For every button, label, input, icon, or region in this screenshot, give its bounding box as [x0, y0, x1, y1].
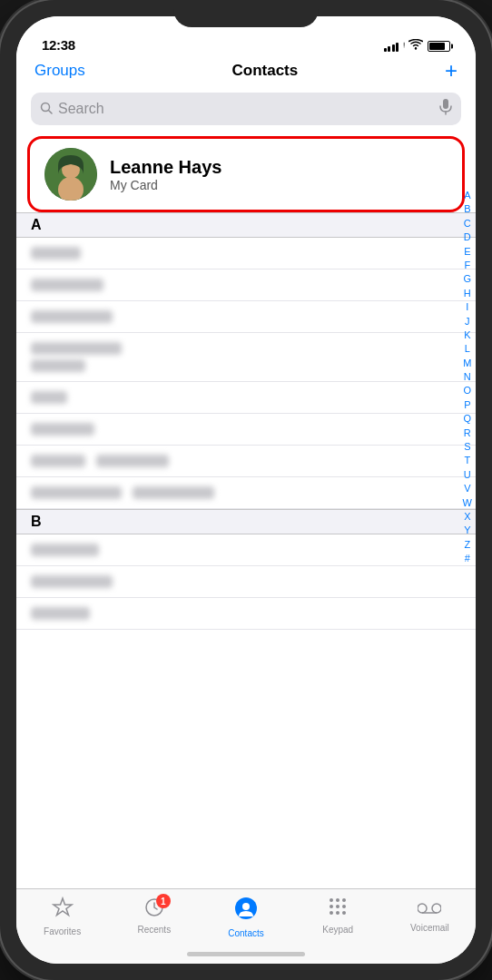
contact-name-blurred [31, 247, 81, 260]
svg-point-18 [336, 911, 339, 915]
tab-favorites-label: Favorites [44, 926, 81, 936]
alpha-hash[interactable]: # [465, 552, 470, 565]
list-item[interactable] [16, 534, 476, 566]
contact-name-blurred [31, 607, 90, 620]
nav-bar: Groups Contacts + [16, 56, 476, 89]
alpha-j[interactable]: J [465, 315, 470, 328]
tab-voicemail-label: Voicemail [410, 923, 449, 933]
alpha-v[interactable]: V [464, 482, 470, 495]
status-time: 12:38 [42, 37, 75, 53]
svg-point-12 [336, 898, 339, 902]
alpha-g[interactable]: G [464, 272, 472, 286]
alpha-y[interactable]: Y [464, 524, 470, 537]
my-card-info: Leanne Hays My Card [110, 157, 448, 192]
tab-keypad[interactable]: Keypad [292, 897, 384, 935]
recents-icon-wrap: 1 [143, 897, 165, 922]
search-input[interactable]: Search [58, 101, 434, 117]
my-card[interactable]: Leanne Hays My Card [27, 136, 465, 212]
list-item[interactable] [16, 566, 476, 598]
alpha-e[interactable]: E [464, 245, 470, 259]
contact-name-blurred [96, 455, 169, 467]
contact-name-blurred [31, 455, 85, 467]
signal-icon [384, 41, 399, 52]
tab-recents[interactable]: 1 Recents [108, 897, 200, 935]
avatar [44, 148, 97, 201]
svg-point-13 [342, 898, 346, 902]
screen-content: 12:38 ᵎ [16, 16, 476, 964]
alpha-m[interactable]: M [463, 357, 471, 370]
alpha-t[interactable]: T [464, 454, 470, 467]
svg-point-20 [418, 904, 427, 913]
alpha-r[interactable]: R [464, 426, 471, 440]
alpha-l[interactable]: L [465, 342, 470, 356]
keypad-icon [328, 897, 348, 922]
page-title: Contacts [232, 62, 299, 80]
contact-name-blurred [133, 486, 214, 499]
section-header-b: B [16, 509, 476, 534]
tab-recents-label: Recents [137, 925, 171, 935]
alpha-f[interactable]: F [464, 259, 470, 272]
battery-icon [428, 41, 450, 52]
svg-rect-3 [443, 99, 448, 109]
recents-badge: 1 [156, 894, 171, 908]
alpha-x[interactable]: X [464, 510, 470, 524]
alpha-q[interactable]: Q [464, 412, 472, 426]
list-item[interactable] [16, 477, 476, 509]
contact-name-blurred [31, 486, 122, 499]
alpha-a[interactable]: A [464, 189, 470, 202]
search-bar[interactable]: Search [31, 93, 461, 125]
my-card-subtitle: My Card [110, 178, 448, 192]
voicemail-icon [418, 897, 441, 920]
contact-name-blurred [31, 391, 67, 404]
list-item[interactable] [16, 238, 476, 270]
svg-point-0 [415, 47, 417, 49]
alpha-c[interactable]: C [464, 217, 471, 230]
svg-point-14 [330, 905, 333, 908]
svg-point-19 [342, 911, 346, 915]
home-indicator [187, 952, 305, 956]
list-item[interactable] [16, 598, 476, 630]
alpha-d[interactable]: D [464, 230, 471, 244]
alpha-n[interactable]: N [464, 370, 471, 384]
tab-voicemail[interactable]: Voicemail [384, 897, 476, 933]
tab-contacts-label: Contacts [228, 928, 263, 938]
list-item[interactable] [16, 301, 476, 333]
contact-name-blurred [31, 279, 103, 291]
tab-contacts[interactable]: Contacts [200, 897, 291, 938]
contact-name-blurred [31, 544, 99, 556]
phone-screen: 12:38 ᵎ [16, 16, 476, 964]
svg-line-2 [49, 110, 53, 113]
svg-point-17 [330, 911, 333, 915]
alpha-w[interactable]: W [463, 496, 472, 510]
add-contact-button[interactable]: + [445, 60, 458, 82]
mic-icon[interactable] [439, 99, 452, 119]
alpha-i[interactable]: I [466, 300, 468, 314]
contact-name-blurred [31, 423, 94, 436]
contact-name-blurred [31, 575, 113, 588]
alpha-k[interactable]: K [464, 328, 470, 342]
list-item[interactable] [16, 333, 476, 382]
battery-fill [429, 43, 445, 50]
groups-button[interactable]: Groups [34, 62, 85, 80]
contact-name-blurred [31, 359, 85, 372]
svg-point-21 [432, 904, 441, 913]
alphabet-index[interactable]: A B C D E F G H I J K L M N O P Q R S T [463, 189, 476, 566]
list-item[interactable] [16, 270, 476, 301]
tab-keypad-label: Keypad [322, 925, 353, 935]
wifi-icon: ᵎ [403, 39, 423, 53]
alpha-z[interactable]: Z [464, 538, 470, 552]
alpha-b[interactable]: B [464, 202, 470, 216]
alpha-h[interactable]: H [464, 287, 471, 300]
alpha-p[interactable]: P [464, 398, 470, 412]
contacts-icon [234, 897, 258, 926]
alpha-s[interactable]: S [464, 440, 470, 454]
alpha-o[interactable]: O [464, 384, 472, 397]
list-item[interactable] [16, 446, 476, 477]
svg-point-11 [330, 898, 333, 902]
list-item[interactable] [16, 382, 476, 414]
tab-favorites[interactable]: Favorites [16, 897, 108, 936]
alpha-u[interactable]: U [464, 468, 471, 482]
list-item[interactable] [16, 414, 476, 446]
my-card-name: Leanne Hays [110, 157, 448, 178]
svg-point-15 [336, 905, 339, 908]
